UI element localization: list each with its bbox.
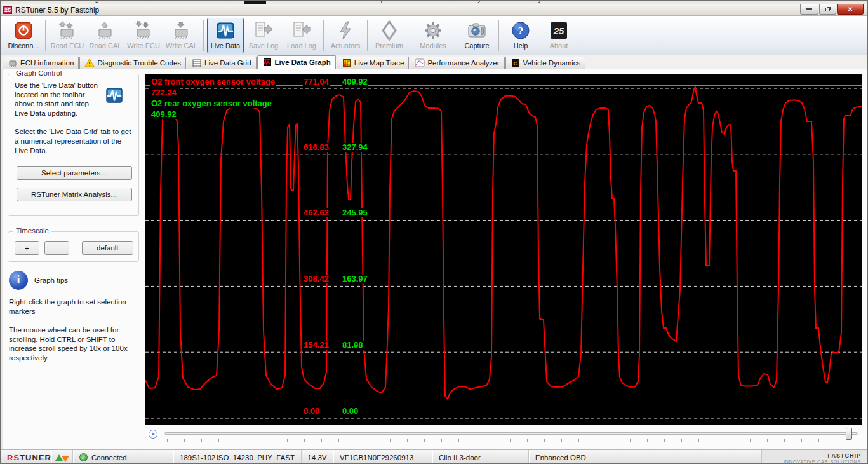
ecu-protocol-segment: 189S1-102 ISO_14230_PHY_FAST xyxy=(173,450,302,464)
live-data-graph-canvas[interactable]: O2 front oxygen sensor voltage 771.04 40… xyxy=(145,74,862,425)
matrix-analysis-button[interactable]: RSTuner Matrix Analysis... xyxy=(17,188,132,201)
chip-write-cal-icon xyxy=(171,20,192,41)
fastchip-logo: FASTCHIP INNOVATIVE CAR SOLUTIONS xyxy=(762,450,868,464)
rear-tick: 163.97 xyxy=(342,275,368,283)
scroll-follow-button[interactable] xyxy=(147,428,159,440)
live-data-hint-text: Use the 'Live Data' button located on th… xyxy=(15,81,101,118)
obd-mode: Enhanced OBD xyxy=(535,454,586,461)
grid-icon xyxy=(192,58,202,68)
svg-text:?: ? xyxy=(518,25,524,37)
write-ecu-button: Write ECU xyxy=(125,18,162,53)
toolbar-button-label: Read ECU xyxy=(51,42,84,50)
camera-icon xyxy=(467,20,487,41)
performance-curve-icon xyxy=(415,58,425,68)
front-current-value: 722.24 xyxy=(150,88,177,97)
time-scrollbar[interactable] xyxy=(164,432,858,435)
svg-text:25: 25 xyxy=(553,25,564,36)
toolbar-button-label: About xyxy=(550,42,568,50)
front-tick: 462.62 xyxy=(303,208,330,217)
read-ecu-button: Read ECU xyxy=(49,18,86,53)
vehicle-dynamics-icon: G xyxy=(511,58,521,68)
tab-live-data-graph[interactable]: Live Data Graph xyxy=(257,55,336,69)
map-heat-icon xyxy=(342,58,352,68)
help-icon: ? xyxy=(511,20,531,41)
strip-fragment: Vehicle Dynamics xyxy=(509,1,564,3)
close-button[interactable]: ✕ xyxy=(837,4,864,15)
tab-vehicle-dynamics[interactable]: G Vehicle Dynamics xyxy=(505,57,586,69)
load-log-button: Load Log xyxy=(283,18,320,53)
window-title: RSTuner 5.5 by Fastchip xyxy=(15,6,99,15)
toolbar-button-label: Load Log xyxy=(287,42,316,50)
tab-performance-analyzer[interactable]: Performance Analyzer xyxy=(410,57,504,69)
connection-segment: ✓ Connected xyxy=(73,450,173,464)
actuators-button: Actuators xyxy=(327,18,364,53)
timescale-minus-button[interactable]: -- xyxy=(44,241,69,255)
timescale-default-button[interactable]: default xyxy=(82,241,133,255)
groupbox-title: Timescale xyxy=(13,227,51,235)
strip-fragment: Performance Analyzer xyxy=(422,1,491,3)
read-cal-button: Read CAL xyxy=(87,18,124,53)
capture-button[interactable]: Capture xyxy=(458,18,495,53)
time-scrollbar-thumb[interactable] xyxy=(846,428,852,440)
battery-voltage: 14.3V xyxy=(307,454,326,461)
warning-icon xyxy=(84,58,95,68)
rear-current-value: 409.92 xyxy=(150,110,177,119)
scrollbar-ticks xyxy=(167,439,858,442)
tab-label: Diagnostic Trouble Codes xyxy=(97,59,181,67)
groupbox-title: Graph Control xyxy=(13,69,64,77)
vin-segment: VF1CB1N0F29260913 xyxy=(333,450,432,464)
toolbar-button-label: Read CAL xyxy=(90,42,122,50)
disconnect-button[interactable]: Disconn... xyxy=(5,18,42,53)
vin: VF1CB1N0F29260913 xyxy=(340,454,413,461)
tab-diagnostic-trouble-codes[interactable]: Diagnostic Trouble Codes xyxy=(79,57,186,69)
chip-icon xyxy=(8,58,18,68)
ecu-id: 189S1-102 xyxy=(180,454,215,461)
voltage-segment: 14.3V xyxy=(302,450,333,464)
graph-scroll-row xyxy=(145,426,862,446)
help-button[interactable]: ? Help xyxy=(502,18,539,53)
front-tick: 308.42 xyxy=(303,275,330,283)
toolbar-button-label: Actuators xyxy=(331,42,360,50)
toolbar-separator xyxy=(411,20,411,51)
toolbar-separator xyxy=(498,20,499,51)
toolbar-button-label: Save Log xyxy=(249,42,278,50)
graph-tips-title: Graph tips xyxy=(34,276,68,284)
live-data-grid-hint-text: Select the 'Live Data Grid' tab to get a… xyxy=(15,127,133,156)
front-tick: 616.83 xyxy=(303,143,330,152)
front-tick: 154.21 xyxy=(303,341,330,350)
toolbar-button-label: Disconn... xyxy=(8,42,39,50)
connected-check-icon: ✓ xyxy=(79,453,88,461)
tab-label: Live Map Trace xyxy=(354,59,404,67)
about-logo-icon: 25 xyxy=(549,20,569,41)
rear-tick: 0.00 xyxy=(342,407,359,416)
about-button: 25 About xyxy=(540,18,577,53)
obd-mode-segment: Enhanced OBD xyxy=(529,450,762,464)
gear-icon xyxy=(423,20,443,41)
tab-live-map-trace[interactable]: Live Map Trace xyxy=(337,57,410,69)
timescale-plus-button[interactable]: + xyxy=(15,241,39,255)
live-data-button[interactable]: Live Data xyxy=(207,18,244,53)
select-parameters-button[interactable]: Select parameters... xyxy=(17,166,132,180)
title-bar[interactable]: 25 RSTuner 5.5 by Fastchip ✕ xyxy=(1,4,868,16)
tab-page-live-data-graph: Graph Control Use the 'Live Data' button… xyxy=(1,69,868,449)
rear-tick: 81.98 xyxy=(342,341,364,350)
play-icon xyxy=(149,430,157,439)
toolbar-button-label: Help xyxy=(514,42,528,50)
vehicle-segment: Clio II 3-door xyxy=(432,450,529,464)
toolbar-separator xyxy=(323,20,324,51)
restore-button[interactable] xyxy=(819,4,836,15)
tab-live-data-grid[interactable]: Live Data Grid xyxy=(187,57,257,69)
tab-ecu-information[interactable]: ECU information xyxy=(3,57,79,69)
toolbar-button-label: Write ECU xyxy=(127,42,160,50)
brand-segment: RSTUNER xyxy=(1,450,51,464)
premium-button: Premium xyxy=(371,18,408,53)
toolbar-separator xyxy=(45,20,46,51)
minimize-button[interactable] xyxy=(800,4,818,15)
vendor-tagline: INNOVATIVE CAR SOLUTIONS xyxy=(784,459,861,464)
app-logo-icon: 25 xyxy=(3,6,12,14)
tab-bar: ECU information Diagnostic Trouble Codes… xyxy=(1,55,868,69)
chip-read-cal-icon xyxy=(95,20,116,41)
toolbar-separator xyxy=(203,20,204,51)
load-log-icon xyxy=(291,20,312,41)
write-cal-button: Write CAL xyxy=(163,18,200,53)
